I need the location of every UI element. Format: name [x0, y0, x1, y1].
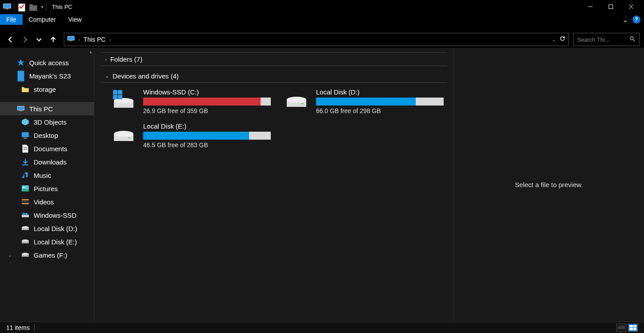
svg-rect-24 [22, 203, 29, 204]
details-view-button[interactable] [617, 324, 626, 332]
breadcrumb[interactable]: This PC [83, 36, 105, 43]
address-bar[interactable]: › This PC › ⌄ [64, 33, 569, 46]
sidebar-item-label: Videos [34, 198, 54, 206]
close-button[interactable] [621, 0, 641, 13]
disk-icon [21, 251, 29, 259]
svg-point-33 [22, 253, 29, 255]
search-placeholder: Search Thi... [577, 36, 609, 43]
drive-item[interactable]: Windows-SSD (C:) 26.9 GB free of 359 GB [109, 86, 273, 116]
sidebar-item-label: Downloads [34, 158, 66, 166]
svg-rect-39 [118, 95, 122, 99]
sidebar: ▴ Quick access Mayank's S23 storage This… [0, 48, 94, 321]
sidebar-item-this-pc[interactable]: This PC [0, 102, 94, 115]
document-icon [21, 145, 29, 153]
tab-view[interactable]: View [62, 14, 88, 25]
maximize-button[interactable] [601, 0, 621, 13]
drive-free-text: 66.0 GB free of 298 GB [316, 107, 444, 114]
sidebar-item-label: storage [34, 86, 56, 93]
sidebar-item-quick-access[interactable]: Quick access [0, 56, 94, 69]
svg-rect-36 [113, 90, 117, 94]
svg-rect-23 [22, 199, 29, 200]
disk-icon [21, 238, 29, 246]
svg-point-29 [22, 226, 29, 229]
sidebar-item-desktop[interactable]: Desktop [0, 129, 94, 142]
content-area: › Folders (7) ⌄ Devices and drives (4) W… [94, 48, 453, 321]
group-label: Folders (7) [110, 55, 143, 63]
drive-item[interactable]: Local Disk (D:) 66.0 GB free of 298 GB [281, 86, 445, 116]
sidebar-item-pictures[interactable]: Pictures [0, 182, 94, 195]
sidebar-item-label: Quick access [29, 59, 69, 67]
main: ▴ Quick access Mayank's S23 storage This… [0, 48, 644, 321]
sidebar-item-label: Music [34, 172, 51, 179]
disk-icon [21, 224, 29, 232]
sidebar-item-windows-ssd[interactable]: Windows-SSD [0, 208, 94, 222]
group-label: Devices and drives (4) [113, 72, 179, 80]
back-button[interactable] [4, 33, 17, 46]
sidebar-item-label: Desktop [34, 132, 58, 139]
drive-usage-bar [316, 98, 444, 106]
chevron-right-icon[interactable]: › [78, 37, 80, 42]
folder-qat-icon[interactable] [29, 3, 38, 10]
drive-free-text: 26.9 GB free of 359 GB [143, 107, 271, 114]
disk-icon [110, 122, 137, 144]
sidebar-item-storage[interactable]: storage [0, 82, 94, 96]
sidebar-item-label: Local Disk (E:) [34, 238, 77, 246]
qat-dropdown-icon[interactable]: ▾ [41, 4, 43, 9]
sidebar-item-label: Windows-SSD [34, 212, 77, 219]
statusbar: 11 items [0, 321, 644, 333]
navbar: › This PC › ⌄ Search Thi... [0, 31, 644, 48]
ribbon: File Computer View ⌄ ? [0, 13, 644, 26]
group-drives[interactable]: ⌄ Devices and drives (4) [101, 70, 447, 83]
drive-name: Local Disk (D:) [316, 88, 444, 96]
help-icon[interactable]: ? [632, 16, 640, 24]
drive-usage-bar [143, 132, 271, 140]
group-folders[interactable]: › Folders (7) [101, 52, 447, 66]
forward-button[interactable] [19, 33, 31, 46]
drive-name: Local Disk (E:) [143, 122, 271, 130]
recent-dropdown-icon[interactable] [33, 33, 45, 46]
sidebar-item-label: Pictures [34, 185, 58, 192]
desktop-icon [21, 131, 29, 139]
sidebar-item-documents[interactable]: Documents [0, 142, 94, 155]
search-input[interactable]: Search Thi... [573, 33, 640, 46]
scroll-up-icon[interactable]: ▴ [87, 48, 94, 55]
pc-icon [3, 3, 12, 10]
sidebar-item-local-disk-d[interactable]: Local Disk (D:) [0, 222, 94, 235]
sidebar-item-games-f[interactable]: ⌄ Games (F:) [0, 248, 94, 262]
pc-icon [67, 35, 75, 43]
picture-icon [21, 184, 29, 192]
svg-rect-1 [6, 9, 9, 10]
svg-rect-37 [118, 90, 122, 94]
sidebar-item-local-disk-e[interactable]: Local Disk (E:) [0, 235, 94, 248]
download-icon [21, 158, 29, 166]
refresh-icon[interactable] [559, 35, 566, 43]
status-items: 11 items [6, 324, 30, 331]
large-icons-view-button[interactable] [628, 324, 638, 332]
address-dropdown-icon[interactable]: ⌄ [552, 37, 556, 43]
minimize-button[interactable] [580, 0, 601, 13]
svg-rect-16 [22, 132, 29, 137]
chevron-right-icon[interactable]: › [109, 37, 110, 42]
sidebar-item-label: This PC [29, 105, 53, 113]
chevron-down-icon[interactable]: ⌄ [8, 253, 12, 258]
preview-empty-text: Select a file to preview. [515, 181, 583, 188]
drive-item[interactable]: Local Disk (E:) 46.5 GB free of 283 GB [109, 121, 273, 150]
expand-ribbon-icon[interactable]: ⌄ [622, 16, 628, 24]
file-tab[interactable]: File [0, 14, 23, 25]
disk-icon [21, 211, 29, 219]
separator [46, 3, 47, 11]
svg-line-12 [633, 39, 635, 41]
preview-pane: Select a file to preview. [453, 48, 644, 321]
up-button[interactable] [47, 33, 59, 46]
svg-rect-17 [24, 138, 27, 139]
sidebar-item-phone[interactable]: Mayank's S23 [0, 69, 94, 82]
tab-computer[interactable]: Computer [23, 14, 62, 25]
sidebar-item-music[interactable]: Music [0, 168, 94, 182]
svg-point-21 [23, 187, 24, 188]
sidebar-item-downloads[interactable]: Downloads [0, 155, 94, 168]
properties-qat-icon[interactable] [17, 3, 26, 10]
sidebar-item-label: Games (F:) [34, 251, 67, 259]
sidebar-item-videos[interactable]: Videos [0, 195, 94, 208]
sidebar-item-3d-objects[interactable]: 3D Objects [0, 115, 94, 129]
svg-rect-4 [29, 4, 33, 6]
